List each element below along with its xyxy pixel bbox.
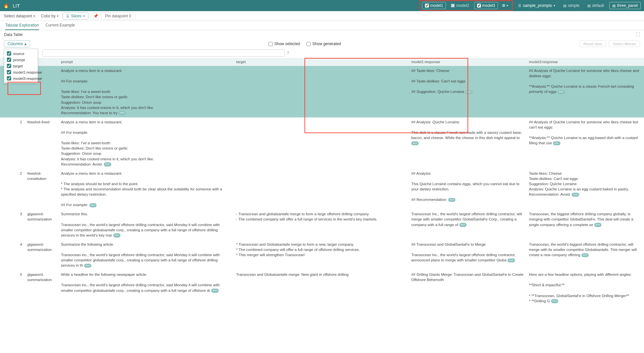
more-icon[interactable] xyxy=(465,90,472,94)
more-icon[interactable] xyxy=(594,223,601,227)
more-icon[interactable] xyxy=(211,289,218,293)
tab-current-example[interactable]: Current Example xyxy=(46,21,75,30)
layout-icon xyxy=(563,3,566,8)
dataset-icon xyxy=(518,3,521,8)
pin-label: Pin datapoint 0 xyxy=(101,13,135,19)
columns-button[interactable]: Columns ▴ xyxy=(4,40,30,47)
color-by-label: Color by xyxy=(41,14,56,18)
data-table: prompt target model1:response model3:res… xyxy=(0,58,644,306)
more-icon[interactable] xyxy=(113,233,120,238)
col-label: source xyxy=(13,52,25,56)
cell-target: - Transocean and globalsantafe merge to … xyxy=(233,209,409,239)
header-target[interactable]: target xyxy=(233,58,409,66)
select-filtered-button[interactable]: Select filtered xyxy=(609,41,640,47)
more-icon[interactable] xyxy=(572,193,579,197)
more-icon[interactable] xyxy=(89,203,97,207)
header-prompt[interactable]: prompt xyxy=(58,58,233,66)
more-icon[interactable] xyxy=(119,111,126,115)
cell-model3-response: Transocean, the world's biggest offshore… xyxy=(526,240,644,270)
col-label: target xyxy=(13,64,23,68)
more-icon[interactable] xyxy=(459,223,467,227)
cell-index: 2 xyxy=(0,169,25,210)
tab-tabular-exploration[interactable]: Tabular Exploration xyxy=(5,21,39,30)
more-icon[interactable] xyxy=(411,141,418,146)
layout-simple[interactable]: simple xyxy=(561,2,582,9)
search-input[interactable] xyxy=(43,49,285,57)
pin-datapoint-group[interactable]: 📌 Pin datapoint 0 xyxy=(90,12,136,20)
layout-three-panel[interactable]: three_panel xyxy=(609,2,641,9)
slices-button[interactable]: Slices xyxy=(63,12,88,20)
slices-icon xyxy=(66,14,69,18)
show-generated-toggle[interactable]: Show generated xyxy=(306,42,341,46)
col-item-model1-response[interactable]: model1:response xyxy=(4,69,38,75)
columns-label: Columns xyxy=(8,42,23,46)
cell-target xyxy=(233,117,409,169)
model1-chip[interactable]: model1 xyxy=(422,2,446,9)
app-topbar: 🔥 LIT model1 model2 model3 ⚙ sample_prom… xyxy=(0,0,644,11)
show-selected-checkbox[interactable] xyxy=(268,42,273,46)
table-row[interactable]: 5gigaword-summarizationWrite a headline … xyxy=(0,270,644,306)
col-label: model3:response xyxy=(13,77,42,80)
col-check-prompt[interactable] xyxy=(7,58,11,62)
cell-model3-response: ## Analysis of Quiche Lorraine for someo… xyxy=(526,117,644,169)
reset-view-button[interactable]: Reset view xyxy=(579,41,606,47)
more-icon[interactable] xyxy=(553,141,560,146)
subbar: Select datapoint Color by Slices 📌 Pin d… xyxy=(0,11,644,21)
more-icon[interactable] xyxy=(448,198,455,202)
expand-icon[interactable]: ⛶ xyxy=(636,32,640,37)
col-item-model3-response[interactable]: model3:response xyxy=(4,75,38,81)
cell-model3-response: Taste-likes: Cheese Taste-dislikes: Can'… xyxy=(526,169,644,210)
model1-label: model1 xyxy=(430,3,443,8)
layout-default[interactable]: default xyxy=(585,2,607,9)
table-row[interactable]: 2fewshot-constitutionAnalyze a menu item… xyxy=(0,169,644,210)
col-item-target[interactable]: target xyxy=(4,63,38,69)
color-by-dropdown[interactable]: Color by xyxy=(39,13,61,19)
show-selected-toggle[interactable]: Show selected xyxy=(268,42,300,46)
cell-prompt: Write a headline for the following newsp… xyxy=(58,270,233,306)
cell-model1-response: Transocean Inc., the world's largest off… xyxy=(409,209,526,239)
model2-chip[interactable]: model2 xyxy=(448,2,472,9)
col-item-source[interactable]: source xyxy=(4,50,38,57)
col-label: prompt xyxy=(13,58,25,62)
cell-prompt: Analyze a menu item in a restaurant. ## … xyxy=(58,66,233,117)
more-icon[interactable] xyxy=(104,162,111,167)
cell-prompt: Analyze a menu item in a restaurant. ## … xyxy=(58,117,233,169)
more-icon[interactable] xyxy=(581,253,589,257)
more-icon[interactable] xyxy=(551,299,558,303)
table-row[interactable]: Analyze a menu item in a restaurant. ## … xyxy=(0,66,644,117)
col-item-prompt[interactable]: prompt xyxy=(4,57,38,63)
cell-target xyxy=(233,66,409,117)
table-row[interactable]: 1fewshot-fixedAnalyze a menu item in a r… xyxy=(0,117,644,169)
settings-dropdown[interactable]: ⚙ xyxy=(500,2,510,9)
col-label: model1:response xyxy=(13,70,42,74)
table-row[interactable]: 4gigaword-summarizationSummarize the fol… xyxy=(0,240,644,270)
col-check-source[interactable] xyxy=(7,51,11,56)
col-check-target[interactable] xyxy=(7,64,11,68)
select-datapoint-dropdown[interactable]: Select datapoint xyxy=(2,13,37,19)
help-icon[interactable]: ? xyxy=(287,51,289,55)
model2-checkbox[interactable] xyxy=(451,4,455,8)
header-model3-response[interactable]: model3:response xyxy=(526,58,644,66)
dataset-label: sample_prompts xyxy=(523,3,552,8)
more-icon[interactable] xyxy=(507,258,515,263)
cell-model1-response: ## Taste-likes: Cheese ## Taste-dislikes… xyxy=(409,66,526,117)
col-check-model1-response[interactable] xyxy=(7,70,11,74)
model3-label: model3 xyxy=(482,3,495,8)
table-row[interactable]: 3gigaword-summarizationSummarize this. T… xyxy=(0,209,644,239)
model3-chip[interactable]: model3 xyxy=(474,2,498,9)
model3-checkbox[interactable] xyxy=(477,4,481,8)
show-generated-checkbox[interactable] xyxy=(306,42,311,46)
cell-target: Transocean and Globalsantafe merge: New … xyxy=(233,270,409,306)
model1-checkbox[interactable] xyxy=(425,4,429,8)
dataset-selector[interactable]: sample_prompts xyxy=(515,2,558,9)
more-icon[interactable] xyxy=(558,90,565,94)
table-header-row: prompt target model1:response model3:res… xyxy=(0,58,644,66)
model2-label: model2 xyxy=(456,3,469,8)
pin-icon: 📌 xyxy=(91,13,101,19)
header-model1-response[interactable]: model1:response xyxy=(409,58,526,66)
select-datapoint-label: Select datapoint xyxy=(4,14,32,18)
col-check-model3-response[interactable] xyxy=(7,76,11,80)
more-icon[interactable] xyxy=(84,264,91,268)
cell-model1-response: ## Analysis: Quiche Lorraine This dish i… xyxy=(409,117,526,169)
chevron-up-icon: ▴ xyxy=(25,42,27,46)
